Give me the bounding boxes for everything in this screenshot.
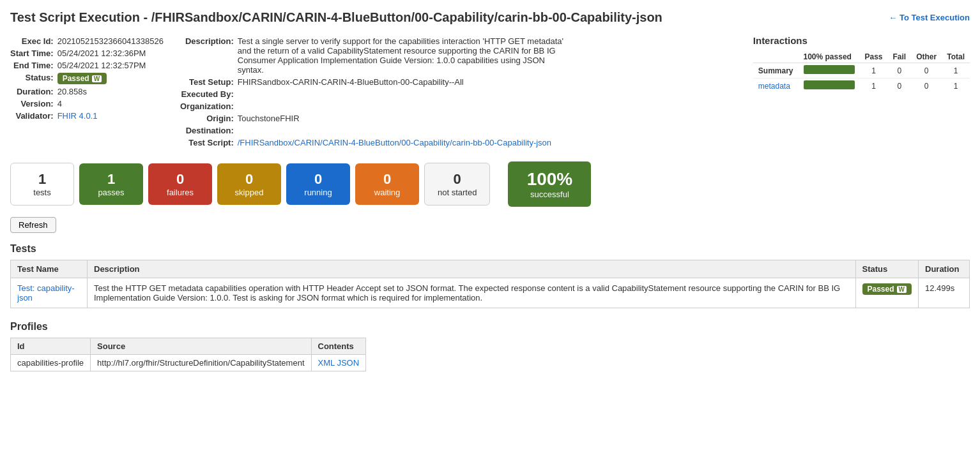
destination-label: Destination:: [180, 124, 238, 137]
origin-value: TouchstoneFHIR: [238, 112, 576, 124]
organization-label: Organization:: [180, 100, 238, 112]
stat-not-started: 0 not started: [424, 163, 490, 206]
version-value: 4: [57, 98, 167, 110]
test-setup-label: Test Setup:: [180, 76, 238, 88]
test-name-link[interactable]: Test: capability-json: [17, 283, 75, 303]
profile-contents: XML JSON: [311, 355, 366, 371]
page-title-subtitle: - /FHIRSandbox/CARIN/CARIN-4-BlueButton/…: [140, 10, 662, 24]
col-test-name: Test Name: [11, 260, 88, 278]
profile-xml-link[interactable]: XML: [318, 358, 335, 368]
profiles-table: Id Source Contents capabilities-profileh…: [10, 338, 366, 371]
stat-success: 100% successful: [508, 161, 591, 207]
test-script-value: /FHIRSandbox/CARIN/CARIN-4-BlueButton/00…: [238, 137, 576, 149]
status-cell: Passed W: [57, 71, 167, 86]
version-row: Version: 4: [10, 98, 167, 110]
test-script-row: Test Script: /FHIRSandbox/CARIN/CARIN-4-…: [180, 137, 576, 149]
col-duration: Duration: [919, 260, 970, 278]
interactions-col-total: Total: [942, 51, 970, 63]
executed-by-label: Executed By:: [180, 88, 238, 100]
interaction-row: metadata1001: [753, 78, 970, 94]
stat-running-number: 0: [299, 171, 337, 188]
profiles-col-source: Source: [91, 338, 311, 355]
end-time-label: End Time:: [10, 59, 57, 71]
end-time-value: 05/24/2021 12:32:57PM: [57, 59, 167, 71]
interactions-col-fail: Fail: [888, 51, 912, 63]
stat-not-started-label: not started: [438, 188, 477, 197]
stat-running-label: running: [299, 188, 337, 197]
test-script-label: Test Script:: [180, 137, 238, 149]
validator-link[interactable]: FHIR 4.0.1: [57, 111, 98, 121]
stat-failures-number: 0: [161, 171, 199, 188]
origin-label: Origin:: [180, 112, 238, 124]
profile-json-link[interactable]: JSON: [337, 358, 359, 368]
stat-success-label: successful: [521, 190, 578, 199]
interactions-col-other: Other: [911, 51, 942, 63]
to-test-execution-link[interactable]: To Test Execution: [889, 13, 970, 22]
test-name-cell: Test: capability-json: [11, 278, 88, 308]
profiles-col-contents: Contents: [311, 338, 366, 355]
organization-value: [238, 100, 576, 112]
status-row: Status: Passed W: [10, 71, 167, 86]
stat-tests: 1 tests: [10, 163, 74, 206]
interactions-col-pass: Pass: [860, 51, 888, 63]
interaction-fail: 0: [888, 78, 912, 94]
page-title-main: Test Script Execution: [10, 10, 140, 24]
interaction-row: Summary1001: [753, 63, 970, 78]
validator-row: Validator: FHIR 4.0.1: [10, 110, 167, 122]
col-description: Description: [88, 260, 856, 278]
duration-label: Duration:: [10, 86, 57, 98]
status-label: Status:: [10, 71, 57, 86]
stat-running: 0 running: [286, 163, 350, 205]
desc-label: Description:: [180, 35, 238, 76]
test-status-cell: PassedW: [855, 278, 918, 308]
duration-row: Duration: 20.858s: [10, 86, 167, 98]
table-row: Test: capability-jsonTest the HTTP GET m…: [11, 278, 970, 308]
info-section: Exec Id: 20210521532366041338526 Start T…: [10, 35, 970, 149]
organization-row: Organization:: [180, 100, 576, 112]
interaction-other: 0: [911, 63, 942, 78]
stat-tests-number: 1: [24, 171, 61, 188]
interaction-bar: [799, 63, 860, 78]
profile-source: http://hl7.org/fhir/StructureDefinition/…: [91, 355, 311, 371]
profiles-header: Id Source Contents: [11, 338, 366, 355]
stat-skipped: 0 skipped: [217, 163, 281, 205]
stat-success-pct: 100%: [521, 169, 578, 190]
interactions-col-pct: 100% passed: [799, 51, 860, 63]
destination-value: [238, 124, 576, 137]
interaction-pass: 1: [860, 78, 888, 94]
destination-row: Destination:: [180, 124, 576, 137]
interaction-label[interactable]: metadata: [753, 78, 799, 94]
executed-by-row: Executed By:: [180, 88, 576, 100]
test-desc-cell: Test the HTTP GET metadata capabilities …: [88, 278, 856, 308]
stat-skipped-number: 0: [230, 171, 268, 188]
interaction-label: Summary: [753, 63, 799, 78]
test-duration-cell: 12.499s: [919, 278, 970, 308]
interaction-total: 1: [942, 78, 970, 94]
page-header: Test Script Execution - /FHIRSandbox/CAR…: [10, 10, 970, 25]
interactions-section: Interactions 100% passed Pass Fail Other…: [753, 35, 970, 149]
exec-info-center: Description: Test a single server to ver…: [180, 35, 740, 149]
interaction-fail: 0: [888, 63, 912, 78]
page-title-full: Test Script Execution - /FHIRSandbox/CAR…: [10, 10, 662, 25]
start-time-label: Start Time:: [10, 47, 57, 59]
interactions-table: 100% passed Pass Fail Other Total Summar…: [753, 51, 970, 93]
profiles-col-id: Id: [11, 338, 91, 355]
validator-label: Validator:: [10, 110, 57, 122]
exec-info-left: Exec Id: 20210521532366041338526 Start T…: [10, 35, 167, 149]
tests-table-header: Test Name Description Status Duration: [11, 260, 970, 278]
stat-waiting-label: waiting: [368, 188, 406, 197]
stat-passes-label: passes: [92, 188, 130, 197]
col-status: Status: [855, 260, 918, 278]
stat-tests-label: tests: [24, 188, 61, 197]
stat-failures-label: failures: [161, 188, 199, 197]
stat-not-started-number: 0: [438, 171, 477, 188]
test-setup-row: Test Setup: FHIRSandbox-CARIN-CARIN-4-Bl…: [180, 76, 576, 88]
refresh-button[interactable]: Refresh: [10, 217, 56, 233]
executed-by-value: [238, 88, 576, 100]
duration-value: 20.858s: [57, 86, 167, 98]
test-script-link[interactable]: /FHIRSandbox/CARIN/CARIN-4-BlueButton/00…: [238, 138, 551, 147]
list-item: capabilities-profilehttp://hl7.org/fhir/…: [11, 355, 366, 371]
interaction-pass: 1: [860, 63, 888, 78]
tests-table: Test Name Description Status Duration Te…: [10, 260, 970, 308]
status-value: Passed: [63, 74, 89, 83]
